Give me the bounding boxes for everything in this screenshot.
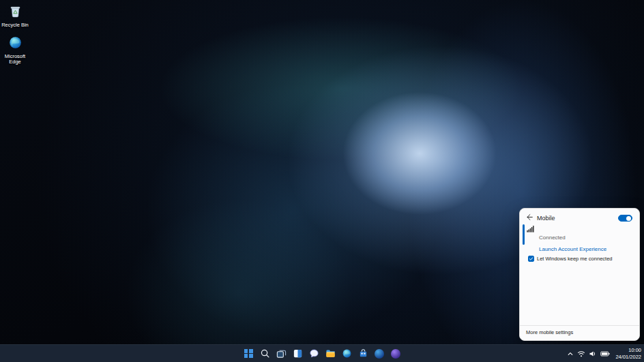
battery-icon (600, 351, 610, 357)
microsoft-edge-shortcut[interactable]: Microsoft Edge (1, 35, 29, 65)
tray-volume-button[interactable] (589, 350, 597, 357)
checkbox-checked-icon (528, 256, 534, 262)
store-icon (358, 348, 368, 359)
taskbar: 10:00 24/01/2022 (0, 344, 644, 362)
store-button[interactable] (357, 348, 369, 360)
tray-chevron-up-button[interactable] (567, 350, 574, 357)
back-button[interactable] (525, 213, 533, 222)
cellular-signal-icon[interactable] (527, 225, 534, 232)
widgets-button[interactable] (291, 348, 304, 360)
search-button[interactable] (259, 348, 271, 360)
mobile-toggle[interactable] (618, 215, 632, 222)
mobile-flyout-panel: Mobile Connected Launch Account Experien… (519, 208, 640, 341)
pinned-app-2-icon (391, 349, 400, 359)
task-view-icon (276, 348, 287, 359)
checkbox-label: Let Windows keep me connected (537, 256, 612, 262)
launch-account-experience-link[interactable]: Launch Account Experience (539, 246, 606, 252)
file-explorer-icon (325, 348, 336, 359)
connection-status: Connected (539, 235, 566, 241)
windows-logo-icon (244, 349, 253, 358)
keep-connected-checkbox[interactable]: Let Windows keep me connected (528, 256, 612, 262)
clock-date: 24/01/2022 (615, 354, 641, 361)
pinned-app-2-button[interactable] (390, 348, 402, 360)
taskbar-clock[interactable]: 10:00 24/01/2022 (613, 347, 641, 361)
task-view-button[interactable] (275, 348, 287, 360)
more-mobile-settings-link[interactable]: More mobile settings (526, 329, 573, 335)
tray-network-button[interactable] (577, 350, 585, 357)
recycle-bin-label: Recycle Bin (1, 22, 29, 29)
search-icon (260, 348, 270, 359)
panel-divider (520, 325, 639, 326)
taskbar-center-group (242, 345, 402, 362)
panel-title: Mobile (537, 215, 555, 222)
widgets-icon (293, 348, 303, 359)
system-tray: 10:00 24/01/2022 (567, 345, 641, 362)
clock-time: 10:00 (615, 347, 641, 354)
desktop-icon-area: Recycle Bin Microsoft Edge (1, 4, 29, 65)
edge-icon (342, 348, 352, 359)
chat-button[interactable] (308, 348, 320, 360)
start-button[interactable] (242, 348, 254, 360)
edge-icon (8, 35, 23, 52)
chat-icon (309, 348, 319, 359)
wifi-icon (577, 350, 585, 357)
file-explorer-button[interactable] (324, 348, 336, 360)
recycle-bin-shortcut[interactable]: Recycle Bin (1, 4, 29, 29)
recycle-bin-icon (8, 4, 23, 21)
pinned-app-1-icon (375, 349, 384, 359)
tray-battery-button[interactable] (600, 351, 610, 357)
selected-item-accent (523, 224, 525, 245)
pinned-app-1-button[interactable] (373, 348, 385, 360)
chevron-up-icon (567, 350, 574, 357)
edge-shortcut-label: Microsoft Edge (1, 54, 29, 65)
back-arrow-icon (525, 213, 533, 221)
toggle-knob (626, 216, 632, 222)
speaker-icon (589, 350, 597, 357)
edge-taskbar-button[interactable] (340, 348, 353, 360)
